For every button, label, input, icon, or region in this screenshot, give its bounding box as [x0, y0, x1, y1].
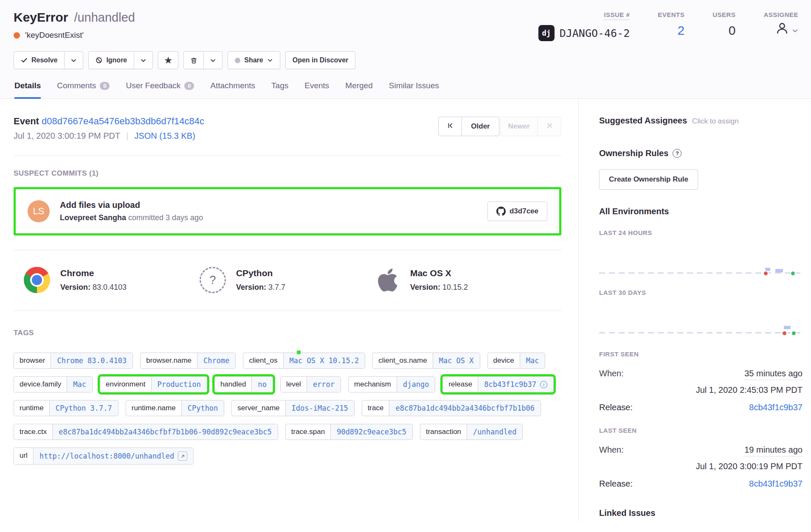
version-label: Version:	[60, 283, 93, 291]
tab-events[interactable]: Events	[304, 81, 329, 99]
suggested-assignees-title: Suggested Assignees	[599, 116, 687, 126]
click-to-assign-hint: Click to assign	[692, 117, 739, 126]
tag-key: url	[14, 448, 33, 464]
create-ownership-rule-button[interactable]: Create Ownership Rule	[599, 169, 698, 190]
issue-number-value[interactable]: dj DJANGO-46-2	[538, 25, 630, 41]
version-value: 83.0.4103	[93, 283, 127, 291]
tag-key: environment	[100, 377, 151, 392]
tag-value-text: e8c87ba1dc494bb2a4346bcfbf7b1b06-90d892c…	[59, 428, 272, 436]
context-chrome: ChromeVersion: 83.0.4103	[24, 266, 200, 294]
tab-merged[interactable]: Merged	[345, 81, 372, 99]
divider: |	[126, 131, 128, 141]
info-icon[interactable]	[540, 381, 547, 388]
tag-value-link[interactable]: CPython	[181, 400, 224, 416]
events-count[interactable]: 2	[678, 23, 685, 38]
resolve-button[interactable]: Resolve	[14, 51, 65, 69]
tag-value-link[interactable]: /unhandled	[467, 424, 522, 440]
event-id-link[interactable]: d08d7667e4a5476eb3b3db6d7f14c84c	[42, 116, 204, 126]
tag-server-name: server_nameIdos-iMac-215	[231, 400, 354, 416]
tag-key: client_os	[243, 353, 283, 368]
help-question-icon[interactable]	[673, 149, 681, 158]
tag-value-link[interactable]: Mac OS X 10.15.2	[283, 353, 365, 368]
tag-value-link[interactable]: Idos-iMac-215	[285, 400, 354, 416]
issue-location: /unhandled	[74, 11, 135, 25]
tag-value-link[interactable]: 8cb43f1c9b37	[478, 377, 553, 392]
tab-label: Details	[14, 81, 41, 90]
tag-url: urlhttp://localhost:8000/unhandled	[14, 448, 194, 465]
last-24-hours-label: LAST 24 HOURS	[599, 229, 803, 236]
tag-value-text: error	[313, 380, 335, 389]
django-project-icon: dj	[538, 25, 555, 41]
first-seen-heading: FIRST SEEN	[599, 350, 803, 358]
commit-sha-button[interactable]: d3d7cee	[487, 202, 547, 221]
tag-release: release8cb43f1c9b37	[442, 376, 554, 392]
stat-issue-number: ISSUE # dj DJANGO-46-2	[538, 11, 630, 41]
tab-bar: DetailsComments0User Feedback0Attachment…	[14, 81, 798, 98]
context-name: CPython	[236, 268, 285, 278]
bookmark-star-button[interactable]: ★	[158, 51, 178, 69]
tag-value-link[interactable]: Chrome	[197, 353, 235, 368]
external-link-icon[interactable]	[178, 451, 187, 461]
tab-tags[interactable]: Tags	[271, 81, 288, 99]
tab-label: User Feedback	[126, 81, 180, 90]
tag-key: client_os.name	[373, 353, 432, 368]
delete-button[interactable]	[183, 51, 204, 69]
share-button[interactable]: Share	[228, 51, 280, 69]
skip-to-latest-button[interactable]	[538, 117, 561, 136]
tag-mechanism: mechanismdjango	[348, 376, 435, 392]
tag-value-link[interactable]: CPython 3.7.7	[49, 400, 118, 416]
tag-value-link[interactable]: Mac	[67, 377, 92, 392]
newer-label: Newer	[508, 122, 529, 131]
tag-runtime-name: runtime.nameCPython	[126, 400, 225, 416]
tag-value-text: Mac OS X 10.15.2	[290, 356, 359, 365]
chevron-down-icon	[792, 22, 798, 37]
tag-value-link[interactable]: Production	[151, 377, 207, 392]
event-json-link[interactable]: JSON (15.3 KB)	[134, 131, 195, 141]
tab-user-feedback[interactable]: User Feedback0	[126, 81, 194, 99]
tab-comments[interactable]: Comments0	[57, 81, 110, 99]
open-in-discover-button[interactable]: Open in Discover	[285, 51, 356, 69]
older-event-button[interactable]: Older	[462, 117, 499, 136]
tag-value-link[interactable]: e8c87ba1dc494bb2a4346bcfbf7b1b06-90d892c…	[52, 424, 278, 440]
star-icon: ★	[164, 55, 172, 65]
last-seen-release-link[interactable]: 8cb43f1c9b37	[749, 479, 803, 489]
ignore-button-group: Ignore	[88, 51, 153, 69]
users-label: USERS	[712, 11, 735, 18]
tab-details[interactable]: Details	[14, 81, 41, 99]
tab-attachments[interactable]: Attachments	[210, 81, 255, 99]
tag-value-link[interactable]: Mac OS X	[433, 353, 480, 368]
section-divider	[14, 155, 561, 156]
resolve-dropdown-button[interactable]	[65, 51, 83, 69]
delete-dropdown-button[interactable]	[204, 51, 222, 69]
tag-value-text: Mac OS X	[439, 356, 474, 365]
issue-details-main: Event d08d7667e4a5476eb3b3db6d7f14c84c J…	[0, 99, 578, 521]
apple-logo-icon	[375, 266, 400, 294]
users-count[interactable]: 0	[729, 23, 736, 38]
person-icon	[775, 21, 789, 38]
assignee-selector[interactable]	[775, 21, 798, 38]
tag-value-link[interactable]: http://localhost:8000/unhandled	[33, 448, 193, 464]
tag-value-link[interactable]: Mac	[520, 353, 545, 368]
tag-value-link[interactable]: django	[397, 377, 435, 392]
newer-event-button[interactable]: Newer	[500, 117, 538, 136]
tag-value-link[interactable]: Chrome 83.0.4103	[51, 353, 132, 368]
tag-value-link[interactable]: no	[251, 377, 272, 392]
ignore-button[interactable]: Ignore	[88, 51, 134, 69]
version-value: 3.7.7	[268, 283, 285, 291]
context-name: Chrome	[60, 268, 127, 278]
oldest-event-button[interactable]	[438, 117, 462, 136]
tag-key: level	[281, 377, 307, 392]
tag-value-link[interactable]: 90d892c9eace3bc5	[330, 424, 412, 440]
tag-value-link[interactable]: e8c87ba1dc494bb2a4346bcfbf7b1b06	[389, 400, 541, 416]
sparkline-30d	[599, 296, 803, 336]
tag-value-link[interactable]: error	[307, 377, 341, 392]
context-text: CPythonVersion: 3.7.7	[236, 268, 285, 292]
event-timestamp: Jul 1, 2020 3:00:19 PM PDT	[14, 131, 120, 141]
tab-similar-issues[interactable]: Similar Issues	[389, 81, 439, 99]
ignore-dropdown-button[interactable]	[134, 51, 153, 69]
commit-author-avatar: LS	[28, 200, 50, 222]
stat-events: EVENTS 2	[658, 11, 684, 41]
first-seen-release-link[interactable]: 8cb43f1c9b37	[749, 403, 803, 412]
event-contexts: ChromeVersion: 83.0.4103CPythonVersion: …	[14, 250, 561, 311]
delete-button-group	[183, 51, 222, 69]
